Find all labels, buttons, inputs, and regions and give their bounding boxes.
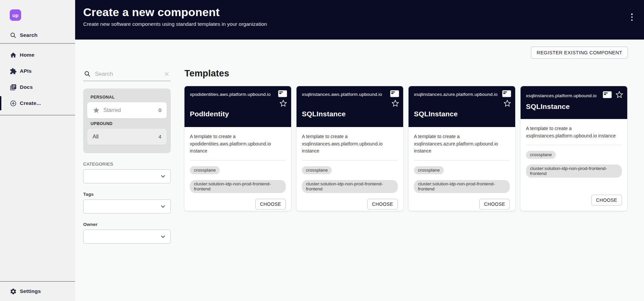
- template-card-header: xpodidentities.aws.platform.upbound.io: [184, 86, 291, 127]
- filter-select-label: Tags: [83, 192, 171, 197]
- template-type-icon: [278, 90, 287, 97]
- choose-button[interactable]: CHOOSE: [255, 199, 286, 209]
- upbound-logo[interactable]: up: [10, 9, 21, 21]
- filter-option-count: 0: [158, 107, 161, 113]
- tag-chip: cluster:solution-idp-non-prod-frontend-f…: [190, 180, 286, 193]
- tag-chip: crossplane: [414, 166, 444, 174]
- filter-option-row[interactable]: Starred 0: [87, 102, 167, 118]
- template-card-body: A template to create a xsqlinstances.aws…: [297, 127, 403, 211]
- filter-select-block: Owner: [83, 222, 171, 244]
- card-divider: [526, 145, 622, 145]
- filter-select[interactable]: [83, 169, 171, 183]
- filters-panel: PERSONAL Starred 0: [83, 68, 171, 244]
- filter-group-label: PERSONAL: [91, 95, 167, 100]
- kebab-menu-button[interactable]: [629, 13, 635, 21]
- template-name: xpodidentities.aws.platform.upbound.io: [190, 91, 286, 98]
- favorite-star-icon[interactable]: [279, 100, 287, 107]
- filter-option-label: Starred: [103, 107, 121, 113]
- tag-chip: cluster:solution-idp-non-prod-frontend-f…: [414, 180, 510, 193]
- template-description: A template to create a xsqlinstances.pla…: [526, 125, 622, 139]
- card-divider: [414, 160, 510, 161]
- filter-group-label: UPBOUND: [91, 121, 167, 126]
- template-type-icon: [603, 91, 612, 98]
- template-tags: crossplane cluster:solution-idp-non-prod…: [302, 166, 398, 199]
- favorite-star-icon[interactable]: [391, 100, 399, 107]
- template-card-body: A template to create a xpodidentities.aw…: [184, 127, 291, 211]
- filter-select[interactable]: [83, 230, 171, 244]
- template-card: xpodidentities.aws.platform.upbound.io: [184, 86, 291, 211]
- filter-option-label: All: [93, 134, 99, 140]
- template-name: xsqlinstances.azure.platform.upbound.io: [414, 91, 510, 98]
- choose-button[interactable]: CHOOSE: [591, 195, 622, 205]
- content-body: PERSONAL Starred 0: [83, 68, 628, 244]
- sidebar-item-settings[interactable]: Settings: [0, 282, 41, 301]
- template-type-icon: [390, 90, 399, 97]
- sidebar-item-label: Home: [20, 52, 35, 58]
- template-card-header: xsqlinstances.platform.upbound.io: [521, 86, 627, 119]
- filter-search: [83, 68, 171, 81]
- content-area: REGISTER EXISTING COMPONENT: [75, 40, 644, 301]
- template-tags: crossplane cluster:solution-idp-non-prod…: [526, 151, 622, 183]
- logo-wrap: up: [0, 0, 75, 21]
- sidebar-nav: Home APIs Docs Create...: [0, 44, 75, 115]
- sidebar: up Search Home APIs: [0, 0, 75, 301]
- tag-chip: crossplane: [526, 151, 556, 159]
- filter-group: PERSONAL Starred 0: [87, 95, 167, 118]
- template-name: xsqlinstances.aws.platform.upbound.io: [302, 91, 398, 98]
- search-icon: [84, 70, 91, 77]
- card-header-icons: [603, 91, 623, 99]
- sidebar-item-search[interactable]: Search: [0, 27, 75, 43]
- sidebar-item[interactable]: Docs: [0, 79, 75, 95]
- filter-option-row[interactable]: All 4: [87, 129, 167, 145]
- tag-chip: crossplane: [190, 166, 220, 174]
- sidebar-item[interactable]: Home: [0, 47, 75, 63]
- template-card: xsqlinstances.azure.platform.upbound.io: [409, 86, 515, 211]
- tag-chip: crossplane: [302, 166, 332, 174]
- register-row: REGISTER EXISTING COMPONENT: [83, 47, 628, 59]
- template-title: SQLInstance: [414, 110, 510, 118]
- clear-search-icon[interactable]: [163, 71, 170, 77]
- card-divider: [190, 160, 286, 161]
- sidebar-spacer: [0, 115, 75, 281]
- template-description: A template to create a xsqlinstances.azu…: [414, 133, 510, 155]
- choose-button[interactable]: CHOOSE: [367, 199, 398, 209]
- sidebar-item[interactable]: Create...: [0, 95, 75, 111]
- card-header-icons: [278, 90, 287, 107]
- sidebar-item[interactable]: APIs: [0, 63, 75, 79]
- main-column: Create a new component Create new softwa…: [75, 0, 644, 301]
- filter-select-label: Owner: [83, 222, 171, 227]
- template-description: A template to create a xpodidentities.aw…: [190, 133, 286, 155]
- search-icon: [10, 32, 17, 39]
- sidebar-item-label: Search: [20, 32, 38, 38]
- template-card: xsqlinstances.aws.platform.upbound.io: [297, 86, 403, 211]
- filter-select-block: Tags: [83, 192, 171, 214]
- filter-group: UPBOUND All 4: [87, 121, 167, 145]
- chevron-down-icon: [159, 172, 167, 180]
- favorite-star-icon[interactable]: [503, 100, 511, 107]
- sidebar-item-label: Create...: [20, 100, 41, 106]
- sidebar-item-label: APIs: [20, 68, 32, 74]
- card-header-icons: [502, 90, 511, 107]
- filter-select-label: CATEGORIES: [83, 162, 171, 167]
- page-header: Create a new component Create new softwa…: [75, 0, 644, 40]
- app-root: up Search Home APIs: [0, 0, 644, 301]
- filter-select-block: CATEGORIES: [83, 162, 171, 183]
- sidebar-item-label: Settings: [20, 288, 41, 294]
- filter-search-input[interactable]: [95, 71, 159, 77]
- sidebar-bottom: Settings: [0, 281, 75, 301]
- card-header-icons: [390, 90, 399, 107]
- favorite-star-icon[interactable]: [615, 91, 623, 99]
- card-divider: [302, 160, 398, 161]
- tag-chip: cluster:solution-idp-non-prod-frontend-f…: [526, 165, 622, 178]
- template-card: xsqlinstances.platform.upbound.io: [521, 86, 627, 211]
- template-tags: crossplane cluster:solution-idp-non-prod…: [414, 166, 510, 199]
- choose-button[interactable]: CHOOSE: [479, 199, 510, 209]
- chevron-down-icon: [159, 202, 167, 210]
- template-card-header: xsqlinstances.azure.platform.upbound.io: [409, 86, 515, 127]
- template-tags: crossplane cluster:solution-idp-non-prod…: [190, 166, 286, 199]
- gear-icon: [10, 288, 17, 295]
- page-title: Create a new component: [83, 6, 636, 19]
- register-existing-component-button[interactable]: REGISTER EXISTING COMPONENT: [531, 47, 628, 59]
- filter-select[interactable]: [83, 199, 171, 214]
- chevron-down-icon: [159, 233, 167, 241]
